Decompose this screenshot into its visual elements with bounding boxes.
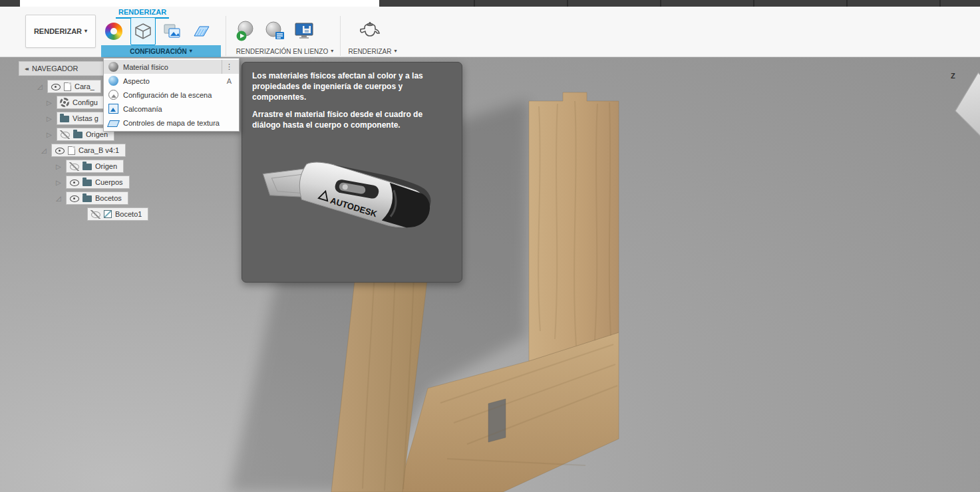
active-document-tab[interactable] (20, 0, 379, 7)
color-wheel-icon (105, 23, 122, 40)
document-tab-strip (0, 0, 980, 7)
menu-item-calcomania[interactable]: Calcomanía (104, 102, 239, 116)
visibility-eye-icon[interactable] (69, 178, 79, 187)
material-sphere-icon (108, 62, 118, 72)
render-teapot-icon (357, 19, 383, 41)
tab-separator (939, 0, 941, 7)
in-canvas-group-dropdown[interactable]: RENDERIZACIÓN EN LIENZO ▾ (229, 45, 341, 57)
expand-toggle[interactable]: ▷ (56, 179, 66, 186)
render-group-label: RENDERIZAR (348, 48, 391, 55)
workspace-selector-button[interactable]: RENDERIZAR ▾ (25, 15, 96, 48)
scene-settings-icon (133, 21, 153, 41)
render-group-dropdown[interactable]: RENDERIZAR ▾ (343, 45, 402, 57)
menu-item-aspecto[interactable]: Aspecto A (104, 74, 239, 88)
expand-toggle[interactable]: ▷ (47, 99, 57, 106)
tree-row-component: ◿ Cara_B v4:1 (19, 142, 245, 158)
appearance-sphere-icon (108, 76, 118, 86)
tree-node[interactable]: Boceto1 (87, 207, 148, 221)
gear-icon (60, 98, 69, 107)
visibility-eye-icon[interactable] (69, 194, 79, 203)
expand-toggle[interactable]: ▷ (56, 163, 66, 170)
capture-render-icon (293, 20, 315, 43)
visibility-eye-icon[interactable] (51, 82, 61, 91)
visibility-eye-off-icon[interactable] (90, 210, 100, 219)
navigator-title: NAVEGADOR (32, 64, 78, 72)
caret-down-icon: ▾ (190, 49, 192, 54)
expand-toggle[interactable]: ◿ (37, 83, 47, 90)
tree-node[interactable]: Origen (66, 160, 124, 173)
in-canvas-render-button[interactable] (233, 17, 258, 45)
kebab-menu-icon[interactable]: ⋮ (222, 60, 236, 74)
texture-map-controls-button[interactable] (189, 17, 214, 45)
scene-settings-icon (108, 90, 118, 100)
in-canvas-group-label: RENDERIZACIÓN EN LIENZO (236, 48, 328, 55)
viewcube-z-axis-label: Z (951, 72, 955, 80)
configuracion-group-dropdown[interactable]: CONFIGURACIÓN ▾ (101, 45, 221, 57)
visibility-eye-off-icon[interactable] (69, 162, 79, 171)
tree-node-label: Bocetos (95, 194, 122, 202)
material-fisico-tooltip: Los materiales físicos afectan al color … (242, 62, 462, 283)
settings-group-icons (101, 17, 214, 45)
appearance-button[interactable] (101, 17, 126, 45)
capture-render-button[interactable] (291, 17, 317, 45)
group-separator (226, 16, 226, 56)
tree-row-origin: ▷ Origen (19, 158, 245, 174)
group-separator (340, 16, 341, 56)
folder-icon (82, 195, 92, 202)
tree-node[interactable]: Configu (57, 96, 104, 109)
expand-toggle[interactable]: ◿ (56, 195, 66, 202)
in-canvas-render-settings-button[interactable] (262, 17, 287, 45)
visibility-eye-icon[interactable] (55, 146, 65, 155)
render-button[interactable] (355, 16, 385, 44)
tree-node[interactable]: Cara_ (47, 80, 101, 93)
folder-icon (82, 180, 92, 186)
texture-map-controls-icon (192, 21, 212, 41)
caret-down-icon: ▾ (395, 49, 397, 54)
caret-down-icon: ▾ (84, 29, 87, 34)
expand-toggle[interactable]: ▷ (47, 115, 57, 122)
utility-knife-image: AUTODESK (255, 138, 454, 261)
workspace-selector-label: RENDERIZAR (34, 27, 82, 35)
menu-item-label: Aspecto (123, 77, 222, 85)
tree-node[interactable]: Cuerpos (66, 176, 130, 189)
menu-item-controles-mapa-textura[interactable]: Controles de mapa de textura (104, 116, 239, 130)
tree-row-sketch1: Boceto1 (19, 206, 245, 222)
toolbar-ribbon: RENDERIZAR RENDERIZAR ▾ (0, 7, 980, 57)
tree-node-label: Origen (95, 162, 117, 170)
menu-item-label: Calcomanía (123, 105, 236, 113)
folder-icon (82, 164, 92, 170)
tab-separator (753, 0, 754, 7)
folder-icon (60, 116, 69, 122)
menu-item-label: Controles de mapa de textura (123, 119, 236, 127)
tab-separator (846, 0, 848, 7)
wood-right-board[interactable] (529, 92, 619, 361)
viewcube-face[interactable] (955, 72, 980, 142)
tooltip-paragraph: Los materiales físicos afectan al color … (252, 71, 452, 102)
decal-icon (162, 21, 182, 41)
viewcube[interactable]: Z (948, 66, 980, 146)
in-canvas-group-icons (233, 17, 317, 45)
tab-separator (660, 0, 661, 7)
tree-node[interactable]: Cara_B v4:1 (51, 144, 126, 157)
menu-item-material-fisico[interactable]: Material físico ⋮ (104, 60, 239, 74)
expand-toggle[interactable]: ◿ (41, 147, 51, 154)
menu-shortcut: A (227, 77, 236, 85)
visibility-eye-off-icon[interactable] (60, 130, 70, 139)
tooltip-paragraph: Arrastre el material físico desde el cua… (252, 110, 452, 131)
tree-node[interactable]: Vistas g (57, 112, 105, 125)
render-group-icons (355, 16, 385, 44)
caret-down-icon: ▾ (331, 49, 333, 54)
scene-settings-button[interactable] (130, 17, 156, 45)
document-icon (64, 82, 71, 91)
menu-item-configuracion-escena[interactable]: Configuración de la escena (104, 88, 239, 102)
tree-node-label: Cara_B v4:1 (79, 146, 119, 154)
tree-node-label: Cara_ (75, 82, 94, 90)
decal-icon (108, 104, 118, 114)
collapse-panel-icon[interactable]: ◂◂ (25, 66, 27, 72)
decal-button[interactable] (160, 17, 185, 45)
configuracion-group-label: CONFIGURACIÓN (130, 48, 187, 55)
in-canvas-render-settings-icon (263, 20, 286, 43)
texture-map-icon (107, 120, 120, 127)
expand-toggle[interactable]: ▷ (47, 131, 57, 138)
tree-node[interactable]: Bocetos (66, 191, 128, 205)
